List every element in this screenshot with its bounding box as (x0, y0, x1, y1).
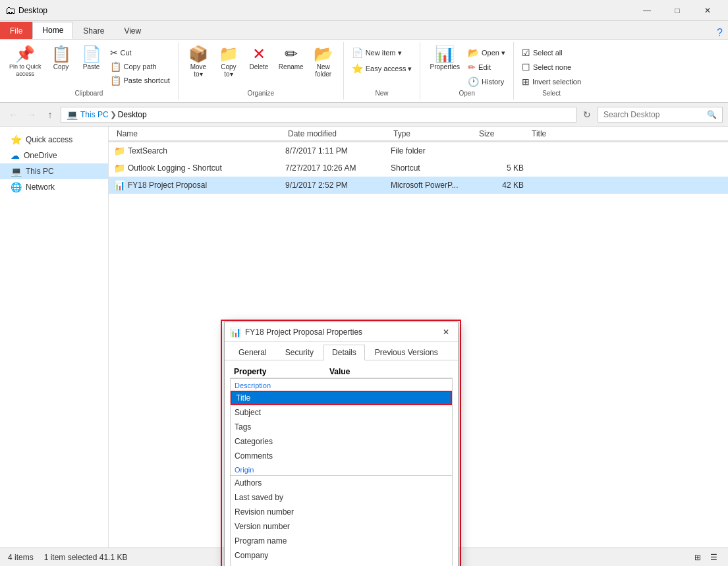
new-folder-button[interactable]: 📂 Newfolder (309, 43, 338, 80)
invert-selection-icon: ⊞ (522, 76, 530, 87)
prop-title-label: Title (236, 393, 328, 403)
prop-row-manager[interactable]: Manager (231, 563, 452, 566)
tab-general[interactable]: General (230, 345, 275, 360)
file-type: Shortcut (391, 163, 476, 173)
pin-to-quick-access-button[interactable]: 📌 Pin to Quickaccess (5, 43, 45, 80)
maximize-button[interactable]: □ (662, 0, 692, 21)
description-section-label: Description (231, 379, 452, 391)
rename-button[interactable]: ✏ Rename (275, 43, 308, 73)
tab-previous-versions[interactable]: Previous Versions (366, 345, 447, 360)
new-item-icon: 📄 (352, 47, 363, 58)
close-button[interactable]: ✕ (692, 0, 723, 21)
minimize-button[interactable]: — (632, 0, 662, 21)
properties-container: Property Value Description Title Subject (230, 366, 453, 566)
forward-button[interactable]: → (24, 107, 40, 123)
search-input[interactable] (603, 110, 707, 119)
nav-item-this-pc[interactable]: 💻 This PC (0, 163, 108, 179)
paste-button[interactable]: 📄 Paste (77, 43, 106, 73)
prop-row-version-number[interactable]: Version number (231, 519, 452, 534)
copy-path-button[interactable]: 📋 Copy path (107, 60, 173, 73)
onedrive-icon: ☁ (11, 150, 20, 161)
address-bar: ← → ↑ 💻 This PC ❯ Desktop ↻ 🔍 (0, 103, 728, 127)
title-bar-title: Desktop (18, 6, 632, 15)
prop-row-revision-number[interactable]: Revision number (231, 505, 452, 519)
tab-view[interactable]: View (114, 22, 151, 39)
tab-home[interactable]: Home (32, 22, 73, 39)
new-item-button[interactable]: 📄 New item ▾ (349, 46, 405, 59)
delete-button[interactable]: ✕ Delete (244, 43, 273, 73)
prop-row-title[interactable]: Title (231, 391, 452, 405)
dialog-close-button[interactable]: ✕ (439, 325, 453, 339)
tab-security[interactable]: Security (277, 345, 322, 360)
select-all-icon: ☑ (522, 47, 530, 58)
easy-access-button[interactable]: ⭐ Easy access ▾ (349, 62, 415, 75)
col-header-date[interactable]: Date modified (285, 128, 391, 140)
tab-file[interactable]: File (0, 22, 32, 39)
dialog-title: FY18 Project Proposal Properties (245, 327, 435, 337)
move-icon: 📦 (188, 46, 208, 62)
new-group: 📄 New item ▾ ⭐ Easy access ▾ New (344, 42, 421, 99)
open-button[interactable]: 📂 Open ▾ (465, 46, 508, 59)
copy-path-icon: 📋 (110, 61, 121, 72)
search-icon: 🔍 (707, 110, 717, 119)
back-button[interactable]: ← (5, 107, 21, 123)
file-type: File folder (391, 146, 476, 156)
address-path[interactable]: 💻 This PC ❯ Desktop (61, 107, 576, 123)
details-view-button[interactable]: ⊞ (691, 551, 704, 564)
invert-selection-button[interactable]: ⊞ Invert selection (519, 75, 584, 88)
nav-item-onedrive[interactable]: ☁ OneDrive (0, 148, 108, 163)
file-date: 9/1/2017 2:52 PM (285, 181, 391, 190)
col-header-title[interactable]: Title (529, 128, 723, 140)
item-count: 4 items (8, 553, 34, 562)
properties-scroll[interactable]: Description Title Subject Tags (230, 378, 453, 566)
cut-button[interactable]: ✂ Cut (107, 46, 173, 59)
prop-row-comments[interactable]: Comments (231, 449, 452, 463)
pptx-icon: 📊 (114, 180, 125, 190)
copy-button[interactable]: 📋 Copy (47, 43, 76, 73)
search-box[interactable]: 🔍 (598, 107, 723, 123)
move-to-button[interactable]: 📦 Moveto▾ (184, 43, 213, 80)
up-button[interactable]: ↑ (42, 107, 58, 123)
nav-item-network[interactable]: 🌐 Network (0, 179, 108, 195)
easy-access-icon: ⭐ (352, 63, 363, 74)
copy-to-icon: 📁 (219, 46, 238, 62)
nav-item-quick-access[interactable]: ⭐ Quick access (0, 132, 108, 148)
path-computer-icon: 💻 (67, 109, 78, 120)
select-group: ☑ Select all ☐ Select none ⊞ Invert sele… (514, 42, 589, 99)
quick-access-icon: ⭐ (11, 134, 22, 145)
folder-icon: 📁 (114, 146, 125, 156)
properties-icon: 📊 (435, 46, 455, 62)
help-button[interactable]: ? (717, 27, 723, 39)
properties-button[interactable]: 📊 Properties (426, 43, 464, 73)
file-column-headers: Name Date modified Type Size Title (109, 127, 728, 141)
clipboard-group: 📌 Pin to Quickaccess 📋 Copy 📄 Paste ✂ Cu… (0, 42, 179, 99)
tab-share[interactable]: Share (73, 22, 114, 39)
select-all-button[interactable]: ☑ Select all (519, 46, 565, 59)
tab-details[interactable]: Details (323, 345, 365, 360)
edit-button[interactable]: ✏ Edit (465, 61, 508, 74)
table-row[interactable]: 📁 Outlook Logging - Shortcut 7/27/2017 1… (109, 159, 728, 177)
copy-to-button[interactable]: 📁 Copyto▾ (214, 43, 243, 80)
prop-row-program-name[interactable]: Program name (231, 534, 452, 548)
history-button[interactable]: 🕐 History (465, 75, 508, 88)
table-row[interactable]: 📁 TextSearch 8/7/2017 1:11 PM File folde… (109, 142, 728, 159)
prop-row-authors[interactable]: Authors (231, 476, 452, 490)
table-row[interactable]: 📊 FY18 Project Proposal 9/1/2017 2:52 PM… (109, 177, 728, 194)
prop-row-categories[interactable]: Categories (231, 434, 452, 449)
prop-row-subject[interactable]: Subject (231, 405, 452, 420)
refresh-button[interactable]: ↻ (579, 107, 595, 123)
prop-row-company[interactable]: Company (231, 548, 452, 563)
prop-row-last-saved-by[interactable]: Last saved by (231, 490, 452, 505)
rename-icon: ✏ (285, 46, 298, 62)
col-header-type[interactable]: Type (391, 128, 476, 140)
col-header-name[interactable]: Name (114, 128, 285, 140)
col-header-size[interactable]: Size (476, 128, 529, 140)
paste-shortcut-button[interactable]: 📋 Paste shortcut (107, 74, 173, 87)
file-name-outlook: 📁 Outlook Logging - Shortcut (114, 163, 285, 173)
dialog-icon: 📊 (230, 327, 241, 337)
path-desktop: Desktop (118, 110, 147, 119)
list-view-button[interactable]: ☰ (707, 551, 720, 564)
cut-icon: ✂ (110, 47, 118, 58)
select-none-button[interactable]: ☐ Select none (519, 61, 574, 74)
prop-row-tags[interactable]: Tags (231, 420, 452, 434)
